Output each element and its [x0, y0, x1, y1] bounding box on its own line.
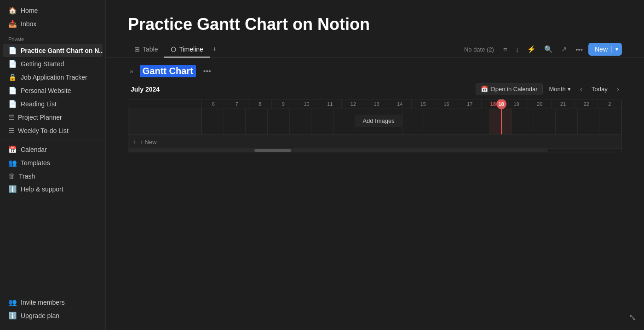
sidebar-item-help[interactable]: ℹ️ Help & support: [3, 183, 103, 196]
more-icon-btn[interactable]: •••: [573, 44, 586, 55]
gantt-scrollbar-track[interactable]: [128, 149, 548, 152]
filter-icon-btn[interactable]: ≡: [500, 44, 510, 55]
gantt-date-10: 10: [295, 99, 319, 109]
gantt-cell-11: [311, 109, 334, 134]
tab-timeline[interactable]: ⬡ Timeline: [164, 42, 209, 58]
gantt-date-17: 17: [458, 99, 482, 109]
resize-handle[interactable]: ⤡: [629, 312, 637, 323]
sidebar-item-personal-website[interactable]: 📄 Personal Website: [3, 84, 103, 97]
home-icon: 🏠: [8, 6, 17, 15]
gantt-next-button[interactable]: ›: [614, 84, 622, 94]
sidebar-item-calendar[interactable]: 📅 Calendar: [3, 143, 103, 156]
gantt-cell-6: [202, 109, 224, 134]
page-header: Practice Gantt Chart on Notion: [106, 0, 644, 41]
lock-icon: 🔒: [8, 73, 17, 81]
new-button[interactable]: New ▾: [588, 43, 622, 56]
calendar-small-icon: 📅: [481, 86, 488, 93]
gantt-date-22: 22: [575, 99, 598, 109]
gantt-expand-icon[interactable]: »: [128, 66, 135, 77]
link-icon-btn[interactable]: ↗: [558, 43, 570, 55]
sidebar-item-getting-started[interactable]: 📄 Getting Started: [3, 58, 103, 70]
timeline-icon: ⬡: [171, 46, 176, 53]
gantt-date-23: 2: [598, 99, 621, 109]
gantt-cell-19: [512, 109, 534, 134]
gantt-date-15: 15: [412, 99, 435, 109]
lightning-icon-btn[interactable]: ⚡: [524, 43, 539, 55]
main-content: Practice Gantt Chart on Notion ⊞ Table ⬡…: [106, 0, 644, 330]
add-view-button[interactable]: +: [210, 41, 219, 57]
gantt-cell-22: [578, 109, 600, 134]
gantt-scrollbar-thumb[interactable]: [254, 149, 291, 152]
gantt-label-col-header: [128, 99, 202, 109]
gantt-row-label-1: [128, 109, 202, 134]
sidebar-item-inbox[interactable]: 📥 Inbox: [3, 17, 103, 30]
gantt-title-row: » Gantt Chart •••: [128, 65, 622, 77]
gantt-date-7: 7: [225, 99, 249, 109]
gantt-cell-7: [224, 109, 246, 134]
gantt-date-8: 8: [248, 99, 272, 109]
search-icon-btn[interactable]: 🔍: [541, 43, 556, 55]
gantt-new-row[interactable]: + + New: [128, 135, 621, 148]
calendar-icon: 📅: [8, 145, 17, 154]
gantt-cell-17: [468, 109, 490, 134]
gantt-cell-20: [534, 109, 556, 134]
doc-icon-3: 📄: [8, 87, 17, 95]
open-calendar-button[interactable]: 📅 Open in Calendar: [476, 83, 543, 95]
gantt-chart: 6 7 8 9 10 11 12 13 14 15 16 17 18 19 20…: [128, 99, 622, 152]
add-images-label[interactable]: Add Images: [355, 115, 402, 127]
gantt-date-16: 16: [435, 99, 459, 109]
month-dropdown[interactable]: Month ▾: [546, 84, 575, 94]
sidebar-item-trash[interactable]: 🗑 Trash: [3, 170, 103, 182]
gantt-date-12: 12: [342, 99, 365, 109]
gantt-date-13: 13: [365, 99, 389, 109]
sidebar-item-job-tracker[interactable]: 🔒 Job Application Tracker: [3, 71, 103, 84]
gantt-cell-13: Add Images: [355, 109, 402, 134]
tab-table[interactable]: ⊞ Table: [128, 42, 164, 58]
gantt-dates-row: 6 7 8 9 10 11 12 13 14 15 16 17 18 19 20…: [128, 99, 621, 109]
sidebar-item-templates[interactable]: 👥 Templates: [3, 156, 103, 169]
gantt-date-9: 9: [272, 99, 295, 109]
list-icon-2: ☰: [8, 127, 14, 135]
sidebar-footer: 👥 Invite members ℹ️ Upgrade plan: [0, 286, 105, 326]
doc-icon-2: 📄: [8, 60, 17, 68]
gantt-cell-9: [268, 109, 290, 134]
new-button-chevron[interactable]: ▾: [611, 46, 622, 52]
tab-toolbar: ⊞ Table ⬡ Timeline + No date (2) ≡ ↕ ⚡ 🔍…: [106, 41, 644, 58]
gantt-date-19: 19: [505, 99, 529, 109]
sidebar-item-weekly-todo[interactable]: ☰ Weekly To-do List: [3, 124, 103, 137]
add-icon: +: [133, 138, 137, 145]
gantt-more-button[interactable]: •••: [201, 66, 214, 76]
sidebar-item-practice-gantt[interactable]: 📄 Practice Gantt Chart on N...: [3, 44, 103, 57]
toolbar-right: No date (2) ≡ ↕ ⚡ 🔍 ↗ ••• New ▾: [460, 43, 622, 56]
gantt-cell-21: [556, 109, 578, 134]
gantt-scrollbar[interactable]: [128, 148, 621, 152]
sidebar-section-private: Private: [0, 31, 105, 44]
gantt-row-cells-1: Add Images 18: [202, 109, 621, 134]
gantt-date-6: 6: [202, 99, 225, 109]
upgrade-icon: ℹ️: [8, 312, 17, 320]
gantt-cell-8: [246, 109, 268, 134]
gantt-section: » Gantt Chart ••• July 2024 📅 Open in Ca…: [106, 58, 644, 152]
gantt-cell-23: [599, 109, 621, 134]
gantt-cell-15: [424, 109, 446, 134]
gantt-title: Gantt Chart: [140, 65, 196, 77]
gantt-date-21: 21: [552, 99, 575, 109]
today-line: 18: [501, 109, 502, 134]
sidebar-item-reading-list[interactable]: 📄 Reading List: [3, 98, 103, 110]
sidebar: 🏠 Home 📥 Inbox Private 📄 Practice Gantt …: [0, 0, 106, 330]
today-button[interactable]: Today: [588, 84, 611, 94]
sort-icon-btn[interactable]: ↕: [513, 44, 522, 55]
gantt-prev-button[interactable]: ‹: [577, 84, 585, 94]
gantt-body-row-1: Add Images 18: [128, 109, 621, 135]
new-button-label: New: [595, 46, 611, 53]
sidebar-item-home[interactable]: 🏠 Home: [3, 4, 103, 17]
invite-icon: 👥: [8, 298, 17, 307]
page-title: Practice Gantt Chart on Notion: [128, 15, 622, 34]
gantt-cell-10: [290, 109, 312, 134]
gantt-cell-18-today: 18: [490, 109, 512, 134]
gantt-month-label: July 2024: [131, 86, 160, 93]
sidebar-item-invite[interactable]: 👥 Invite members: [3, 296, 103, 309]
sidebar-item-upgrade[interactable]: ℹ️ Upgrade plan: [3, 309, 103, 322]
sidebar-item-project-planner[interactable]: ☰ Project Planner: [3, 111, 103, 124]
today-badge: 18: [496, 99, 506, 109]
